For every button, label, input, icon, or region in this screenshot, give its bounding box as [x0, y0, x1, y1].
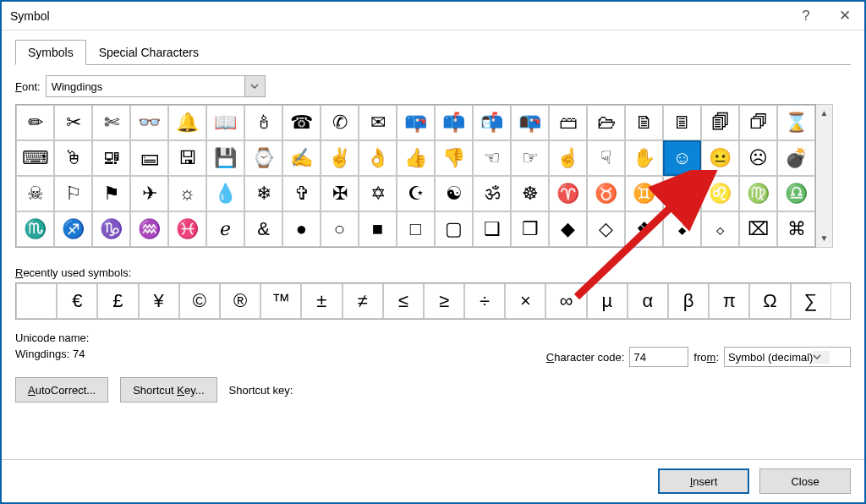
symbol-cell[interactable]: ☝	[549, 140, 587, 176]
symbol-cell[interactable]: 📖	[206, 105, 244, 140]
symbol-cell[interactable]: 🗁	[587, 105, 625, 140]
symbol-cell[interactable]: 👎	[435, 140, 473, 176]
symbol-cell[interactable]: ♌	[701, 176, 739, 211]
symbol-cell[interactable]: 🗐	[701, 105, 739, 140]
scrollbar[interactable]: ▲ ▼	[816, 104, 833, 248]
symbol-cell[interactable]: ♍	[739, 176, 777, 211]
recent-symbol-cell[interactable]: ©	[179, 283, 220, 319]
symbol-cell[interactable]: 🔔	[168, 105, 206, 140]
symbol-cell[interactable]: ☜	[473, 140, 511, 176]
help-button[interactable]: ?	[787, 3, 825, 30]
symbol-cell[interactable]: ☪	[397, 176, 435, 211]
symbol-cell[interactable]: ♋	[663, 176, 701, 211]
symbol-cell[interactable]: 🖫	[168, 140, 206, 176]
symbol-cell[interactable]: ◇	[587, 211, 625, 247]
symbol-cell[interactable]: ✡	[359, 176, 397, 211]
symbol-cell[interactable]: ✌	[321, 140, 359, 176]
recent-grid[interactable]: €£¥©®™±≠≤≥÷×∞µαβπΩ∑	[15, 282, 851, 320]
autocorrect-button[interactable]: AutoCorrect...	[15, 377, 108, 403]
symbol-cell[interactable]: 📫	[435, 105, 473, 140]
symbol-cell[interactable]: ◆	[549, 211, 587, 247]
recent-symbol-cell[interactable]: ≠	[343, 283, 383, 319]
symbol-cell[interactable]: ⌚	[244, 140, 282, 176]
symbol-cell[interactable]: 📪	[397, 105, 435, 140]
recent-symbol-cell[interactable]: ∑	[791, 283, 831, 319]
symbol-cell[interactable]: 🗃	[549, 105, 587, 140]
symbol-cell[interactable]: ☺	[663, 140, 701, 176]
recent-symbol-cell[interactable]: β	[668, 283, 709, 319]
tab-special-characters[interactable]: Special Characters	[86, 40, 211, 65]
symbol-cell[interactable]: ❖	[625, 211, 663, 247]
symbol-cell[interactable]: 💾	[206, 140, 244, 176]
symbol-cell[interactable]: ✆	[321, 105, 359, 140]
recent-symbol-cell[interactable]: π	[709, 283, 749, 319]
recent-symbol-cell[interactable]: ∞	[545, 283, 586, 319]
symbol-cell[interactable]: ⬦	[701, 211, 739, 247]
font-select[interactable]: Wingdings	[46, 75, 266, 97]
close-icon[interactable]: ✕	[825, 3, 864, 30]
recent-symbol-cell[interactable]: µ	[587, 283, 628, 319]
recent-symbol-cell[interactable]: α	[628, 283, 668, 319]
symbol-cell[interactable]: ✈	[130, 176, 168, 211]
symbol-cell[interactable]: ☯	[435, 176, 473, 211]
symbol-cell[interactable]: 🗎	[625, 105, 663, 140]
symbol-cell[interactable]: ▢	[435, 211, 473, 247]
recent-symbol-cell[interactable]: Ω	[749, 283, 790, 319]
symbol-cell[interactable]: □	[397, 211, 435, 247]
symbol-cell[interactable]: ☎	[282, 105, 321, 140]
symbol-cell[interactable]: ●	[282, 211, 321, 247]
symbol-cell[interactable]: ⚐	[54, 176, 92, 211]
recent-symbol-cell[interactable]: £	[97, 283, 138, 319]
recent-symbol-cell[interactable]: ®	[220, 283, 260, 319]
shortcut-key-button[interactable]: Shortcut Key...	[120, 377, 216, 403]
symbol-cell[interactable]: 🗏	[663, 105, 701, 140]
symbol-cell[interactable]: ♑	[92, 211, 130, 247]
symbol-cell[interactable]: ♐	[54, 211, 92, 247]
symbol-cell[interactable]: 👍	[397, 140, 435, 176]
symbol-cell[interactable]: ♒	[130, 211, 168, 247]
symbol-cell[interactable]: ✂	[54, 105, 92, 140]
symbol-cell[interactable]: ☹	[739, 140, 777, 176]
symbol-cell[interactable]: ♊	[625, 176, 663, 211]
symbol-cell[interactable]: ⚑	[92, 176, 130, 211]
symbol-cell[interactable]: ✄	[92, 105, 130, 140]
symbol-cell[interactable]: 😐	[701, 140, 739, 176]
symbol-cell[interactable]: ♎	[777, 176, 815, 211]
symbol-cell[interactable]: ♈	[549, 176, 587, 211]
symbol-cell[interactable]: ☼	[168, 176, 206, 211]
symbol-cell[interactable]: ✍	[282, 140, 321, 176]
symbol-cell[interactable]: ❄	[244, 176, 282, 211]
symbol-cell[interactable]: ♏	[16, 211, 54, 247]
symbol-cell[interactable]: ☠	[16, 176, 54, 211]
symbol-cell[interactable]: 📬	[473, 105, 511, 140]
symbol-cell[interactable]: 💣	[777, 140, 815, 176]
symbol-cell[interactable]: ⬥	[663, 211, 701, 247]
symbol-cell[interactable]: ❑	[473, 211, 511, 247]
symbol-cell[interactable]: ☸	[511, 176, 549, 211]
symbol-cell[interactable]: 📭	[511, 105, 549, 140]
chevron-down-icon[interactable]	[813, 351, 830, 364]
symbol-cell[interactable]: 🖳	[92, 140, 130, 176]
recent-symbol-cell[interactable]: ×	[505, 283, 545, 319]
symbol-cell[interactable]: ⌧	[739, 211, 777, 247]
recent-symbol-cell[interactable]: ≥	[424, 283, 464, 319]
symbol-cell[interactable]: ✋	[625, 140, 663, 176]
symbol-cell[interactable]: 💧	[206, 176, 244, 211]
symbol-cell[interactable]: ♉	[587, 176, 625, 211]
recent-symbol-cell[interactable]: ¥	[139, 283, 179, 319]
symbol-cell[interactable]: ☞	[511, 140, 549, 176]
symbol-cell[interactable]: 🖰	[54, 140, 92, 176]
close-button[interactable]: Close	[759, 468, 851, 494]
symbol-cell[interactable]: 🕯	[244, 105, 282, 140]
insert-button[interactable]: Insert	[658, 468, 749, 494]
symbol-cell[interactable]: ℯ	[206, 211, 244, 247]
recent-symbol-cell[interactable]	[16, 283, 57, 319]
scroll-up-icon[interactable]: ▲	[820, 107, 829, 120]
symbol-cell[interactable]: ✞	[282, 176, 321, 211]
symbol-cell[interactable]: ⌨	[16, 140, 54, 176]
recent-symbol-cell[interactable]: ™	[260, 283, 301, 319]
symbol-cell[interactable]: 👓	[130, 105, 168, 140]
from-select[interactable]: Symbol (decimal)	[724, 347, 851, 367]
symbol-cell[interactable]: ❒	[511, 211, 549, 247]
symbol-cell[interactable]: 🗇	[739, 105, 777, 140]
